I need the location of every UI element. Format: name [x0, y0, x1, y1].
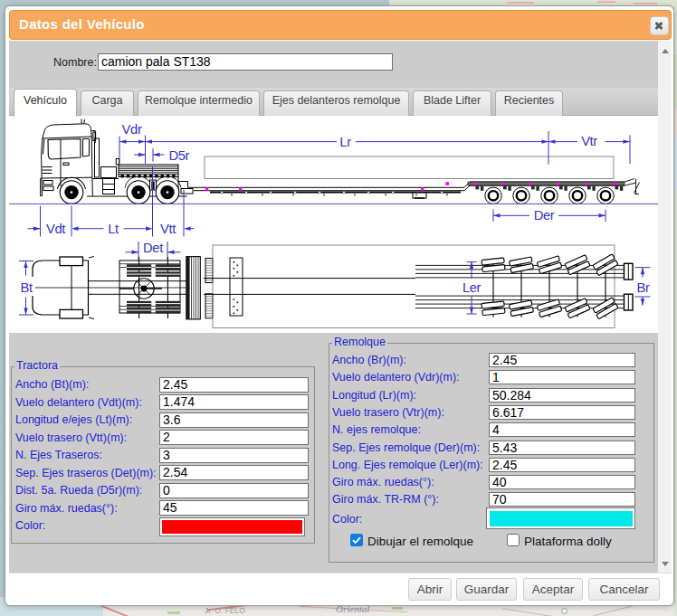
svg-text:Vtr: Vtr — [581, 134, 597, 148]
svg-text:Lt: Lt — [108, 222, 119, 236]
svg-text:Bt: Bt — [20, 280, 32, 295]
svg-text:Br: Br — [637, 280, 650, 295]
svg-text:Det: Det — [143, 241, 163, 255]
svg-text:Vdr: Vdr — [122, 122, 142, 137]
svg-text:D5r: D5r — [169, 148, 190, 163]
svg-text:Ler: Ler — [462, 280, 482, 295]
svg-text:Vdt: Vdt — [46, 222, 65, 236]
svg-text:Lr: Lr — [339, 135, 351, 149]
svg-text:Der: Der — [534, 208, 555, 223]
svg-text:Vtt: Vtt — [160, 222, 176, 236]
